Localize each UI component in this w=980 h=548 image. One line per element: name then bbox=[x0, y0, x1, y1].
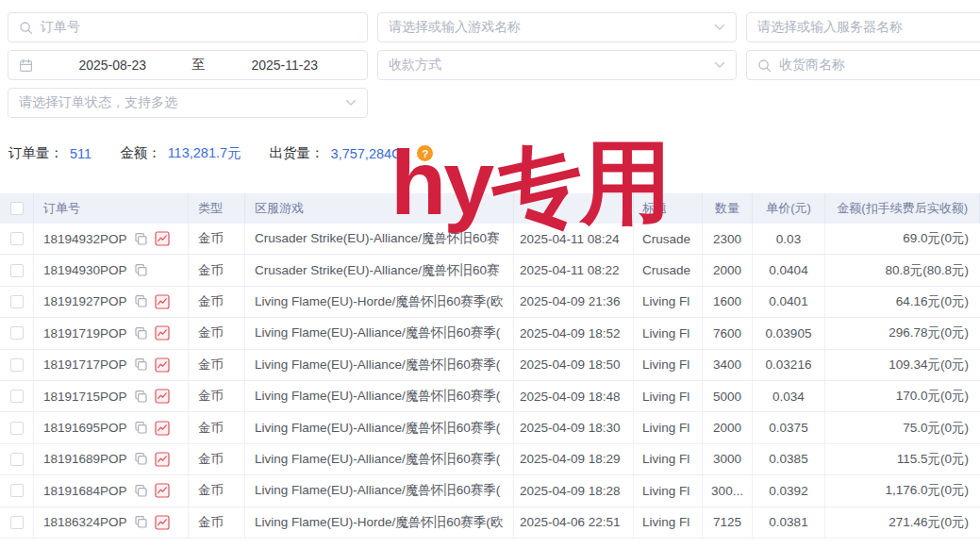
price-trend-icon[interactable] bbox=[155, 483, 170, 498]
order-status-multiselect[interactable]: 请选择订单状态，支持多选 bbox=[8, 88, 368, 118]
order-no-cell: 18186324POP bbox=[34, 507, 189, 538]
column-header-qty: 数量 bbox=[703, 193, 753, 224]
row-checkbox[interactable] bbox=[10, 453, 24, 466]
title-cell: Living Fl bbox=[634, 475, 703, 506]
order-number: 18191717POP bbox=[43, 357, 127, 372]
amount-cell: 69.0元(0元) bbox=[825, 224, 980, 254]
price-trend-icon[interactable] bbox=[155, 231, 170, 246]
title-cell: Living Fl bbox=[634, 350, 703, 380]
copy-icon[interactable] bbox=[134, 263, 148, 277]
row-checkbox[interactable] bbox=[10, 295, 24, 308]
quantity-cell: 7600 bbox=[703, 318, 753, 348]
quantity-cell: 300... bbox=[703, 475, 753, 506]
chevron-down-icon bbox=[714, 24, 725, 31]
row-checkbox[interactable] bbox=[10, 390, 24, 403]
price-trend-icon[interactable] bbox=[155, 389, 170, 404]
table-row: 18191717POP 金币 Living Flame(EU)-Alliance… bbox=[0, 350, 980, 381]
order-number: 18191715POP bbox=[43, 390, 127, 404]
game-server-cell: Living Flame(EU)-Alliance/魔兽怀旧60赛季( bbox=[245, 381, 514, 411]
shipment-label: 出货量： bbox=[270, 144, 324, 162]
quantity-cell: 3400 bbox=[703, 350, 753, 380]
row-checkbox[interactable] bbox=[10, 264, 24, 277]
amount-cell: 64.16元(0元) bbox=[825, 287, 980, 317]
title-cell: Living Fl bbox=[634, 318, 703, 348]
row-checkbox-cell bbox=[0, 507, 34, 538]
order-time-cell: 2025-04-09 21:36 bbox=[514, 287, 634, 317]
price-trend-icon[interactable] bbox=[155, 515, 170, 530]
order-time-cell: 2025-04-09 18:28 bbox=[514, 475, 634, 506]
table-body: 18194932POP 金币 Crusader Strike(EU)-Allia… bbox=[0, 224, 980, 539]
row-checkbox[interactable] bbox=[10, 484, 24, 497]
amount-cell: 296.78元(0元) bbox=[825, 318, 980, 348]
row-checkbox[interactable] bbox=[10, 232, 24, 245]
order-no-cell: 18191695POP bbox=[34, 412, 189, 442]
help-question-icon[interactable]: ? bbox=[417, 145, 433, 161]
type-cell: 金币 bbox=[189, 224, 245, 254]
game-server-cell: Crusader Strike(EU)-Alliance/魔兽怀旧60赛 bbox=[245, 255, 514, 285]
order-number-search-input[interactable]: 订单号 bbox=[8, 12, 368, 42]
order-number: 18191695POP bbox=[43, 421, 127, 435]
amount-cell: 75.0元(0元) bbox=[825, 412, 980, 442]
copy-icon[interactable] bbox=[134, 484, 148, 498]
order-number: 18191927POP bbox=[43, 294, 127, 308]
column-header-order-no: 订单号 bbox=[34, 193, 189, 224]
table-row: 18191719POP 金币 Living Flame(EU)-Alliance… bbox=[0, 318, 980, 349]
payment-method-select[interactable]: 收款方式 bbox=[377, 50, 737, 80]
copy-icon[interactable] bbox=[134, 326, 148, 340]
price-trend-icon[interactable] bbox=[155, 294, 170, 309]
quantity-cell: 7125 bbox=[703, 507, 753, 538]
unit-price-cell: 0.03905 bbox=[753, 318, 825, 348]
server-name-select[interactable]: 请选择或输入服务器名称 bbox=[746, 12, 980, 42]
copy-icon[interactable] bbox=[134, 421, 148, 435]
unit-price-cell: 0.03216 bbox=[753, 350, 825, 380]
table-row: 18191689POP 金币 Living Flame(EU)-Alliance… bbox=[0, 444, 980, 475]
copy-icon[interactable] bbox=[134, 357, 148, 372]
row-checkbox-cell bbox=[0, 287, 34, 317]
shipment-value: 3,757,284G bbox=[331, 146, 403, 161]
price-trend-icon[interactable] bbox=[155, 421, 170, 436]
select-all-checkbox[interactable] bbox=[10, 202, 24, 215]
order-count-value: 511 bbox=[70, 146, 91, 161]
table-row: 18194930POP 金币 Crusader Strike(EU)-Allia… bbox=[0, 255, 980, 286]
title-cell: Living Fl bbox=[634, 381, 703, 411]
row-checkbox[interactable] bbox=[10, 326, 24, 340]
order-no-cell: 18191715POP bbox=[34, 381, 189, 411]
quantity-cell: 3000 bbox=[703, 444, 753, 474]
column-header-amount: 金额(扣手续费后实收额) bbox=[825, 193, 980, 224]
game-name-select[interactable]: 请选择或输入游戏名称 bbox=[377, 12, 737, 42]
row-checkbox-cell bbox=[0, 475, 34, 506]
supplier-name-search-input[interactable]: 收货商名称 bbox=[746, 50, 980, 80]
date-end-value[interactable]: 2025-11-23 bbox=[213, 58, 357, 73]
date-start-value[interactable]: 2025-08-23 bbox=[41, 58, 185, 73]
copy-icon[interactable] bbox=[134, 294, 148, 308]
copy-icon[interactable] bbox=[134, 452, 148, 466]
price-trend-icon[interactable] bbox=[155, 325, 170, 340]
copy-icon[interactable] bbox=[134, 515, 148, 529]
type-cell: 金币 bbox=[189, 412, 245, 442]
select-all-cell bbox=[0, 193, 34, 224]
quantity-cell: 5000 bbox=[703, 381, 753, 411]
price-trend-icon[interactable] bbox=[155, 357, 170, 373]
amount-value: 113,281.7元 bbox=[168, 144, 241, 162]
price-trend-icon[interactable] bbox=[155, 452, 170, 467]
row-checkbox-cell bbox=[0, 224, 34, 254]
order-number: 18186324POP bbox=[43, 515, 127, 529]
unit-price-cell: 0.0404 bbox=[753, 255, 825, 285]
amount-cell: 80.8元(80.8元) bbox=[825, 255, 980, 285]
amount-cell: 170.0元(0元) bbox=[825, 381, 980, 411]
title-cell: Living Fl bbox=[634, 444, 703, 474]
column-header-game: 区服游戏 bbox=[245, 193, 514, 224]
row-checkbox[interactable] bbox=[10, 422, 24, 435]
title-cell: Crusade bbox=[634, 224, 703, 254]
copy-icon[interactable] bbox=[134, 390, 148, 404]
game-server-cell: Crusader Strike(EU)-Alliance/魔兽怀旧60赛 bbox=[245, 224, 514, 254]
order-no-cell: 18194930POP bbox=[34, 255, 189, 285]
row-checkbox[interactable] bbox=[10, 358, 24, 372]
amount-cell: 115.5元(0元) bbox=[825, 444, 980, 474]
row-checkbox[interactable] bbox=[10, 516, 24, 529]
copy-icon[interactable] bbox=[134, 232, 148, 246]
order-no-cell: 18191719POP bbox=[34, 318, 189, 348]
date-range-picker[interactable]: 2025-08-23 至 2025-11-23 bbox=[8, 50, 368, 80]
order-number: 18194930POP bbox=[43, 263, 127, 277]
order-time-cell: 2025-04-09 18:30 bbox=[514, 412, 634, 442]
